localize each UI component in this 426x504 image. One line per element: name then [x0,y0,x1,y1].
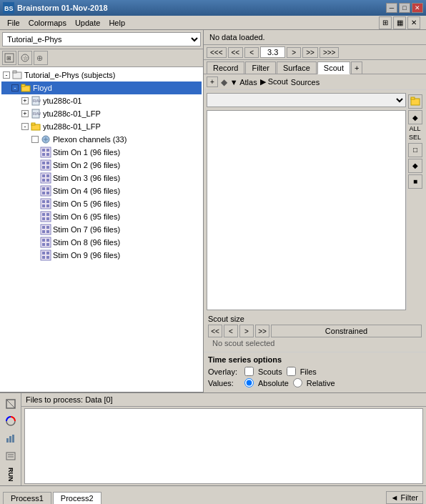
nav-prev[interactable]: < [244,47,259,58]
menu-colormaps[interactable]: Colormaps [24,17,71,29]
tree-item-data[interactable]: Stim On 1 (96 files) [1,146,202,159]
files-checkbox[interactable] [287,367,296,376]
menu-help[interactable]: Help [104,17,129,29]
svg-rect-28 [42,166,45,169]
side-btn-dot[interactable]: ◆ [408,159,422,173]
tree-item-data[interactable]: Stim On 6 (95 files) [1,210,202,223]
tree-item-floyd[interactable]: - Floyd [1,81,202,94]
tree-item-data[interactable]: Stim On 9 (96 files) [1,249,202,262]
side-btn-fill[interactable]: ■ [408,174,422,189]
minimize-button[interactable]: ─ [386,3,397,13]
tree-item-data[interactable]: Stim On 8 (96 files) [1,236,202,249]
svg-rect-64 [46,256,49,259]
nav-next[interactable]: > [287,47,301,58]
tree-item-data[interactable]: Stim On 3 (96 files) [1,172,202,184]
svg-rect-24 [46,153,49,156]
tab-scout[interactable]: Scout [317,61,350,74]
svg-rect-59 [46,243,49,246]
side-icon-chart[interactable] [3,431,19,446]
size-btn-next2[interactable]: >> [255,325,269,337]
tree-item-data[interactable]: Stim On 7 (96 files) [1,223,202,236]
tree-icon-3[interactable]: ⊕ [34,51,48,65]
no-data-text: No data loaded. [209,33,265,41]
size-btn-prev2[interactable]: << [208,325,222,337]
tree-label: ytu288c-01_LFP [43,122,101,131]
side-icon-refresh[interactable] [3,396,19,411]
file-tree[interactable]: - Tutorial_e-Phys (subjects) - [0,67,203,392]
svg-rect-36 [42,187,45,190]
nav-next2[interactable]: >> [302,47,318,58]
tree-label: Stim On 6 (95 files) [53,212,120,221]
expand-icon[interactable]: - [21,123,29,130]
maximize-button[interactable]: □ [399,3,410,13]
nav-last[interactable]: >>> [320,47,340,58]
scout-add-btn[interactable]: + [207,76,218,87]
svg-rect-51 [42,226,45,229]
tree-item-data[interactable]: Stim On 5 (96 files) [1,197,202,210]
expand-icon[interactable]: + [21,110,29,117]
tree-item-root[interactable]: - Tutorial_e-Phys (subjects) [1,69,202,81]
tree-label: ytu288c-01 [43,97,81,105]
folder-icon [30,121,41,132]
tree-item-ytu2[interactable]: + RAW ytu288c-01_LFP [1,107,202,120]
tree-item-ytu1[interactable]: + RAW ytu288c-01 [1,94,202,107]
subject-dropdown[interactable]: Tutorial_e-Phys [2,32,201,46]
absolute-radio[interactable] [244,378,254,387]
side-icon-list[interactable] [3,448,19,463]
process-tab-2[interactable]: Process2 [53,492,101,504]
data-file-icon [40,172,51,184]
size-btn-prev[interactable]: < [224,325,238,337]
sources-dropdown[interactable]: Sources [291,78,320,87]
close-button[interactable]: ✕ [412,3,423,13]
files-header: Files to process: Data [0] [21,393,426,407]
scout-dropdown[interactable]: ▶ Scout [260,77,288,87]
scouts-checkbox[interactable] [244,367,254,376]
tab-add[interactable]: + [351,61,362,74]
scout-list[interactable] [207,110,406,310]
expand-icon[interactable]: - [11,84,19,92]
menu-file[interactable]: File [3,17,24,29]
no-data-bar: No data loaded. [204,30,426,45]
filter-button[interactable]: ◄ Filter [386,491,423,504]
nav-first[interactable]: <<< [207,47,227,58]
tree-item-data[interactable]: Stim On 2 (96 files) [1,159,202,172]
svg-rect-48 [42,217,45,220]
tree-icon-2[interactable]: ☆ [18,51,32,65]
process-tab-1[interactable]: Process1 [3,492,51,504]
expand-icon[interactable]: + [21,97,29,104]
tab-filter[interactable]: Filter [245,61,275,74]
svg-rect-56 [42,239,45,242]
sources-label: Sources [291,78,320,87]
data-file-icon [40,249,51,261]
data-file-icon [40,237,51,248]
layout-icon-1[interactable]: ⊞ [379,16,392,29]
svg-rect-21 [42,149,45,152]
expand-icon[interactable]: - [3,71,10,79]
menu-update[interactable]: Update [71,17,104,29]
tab-surface[interactable]: Surface [277,61,317,74]
tab-record[interactable]: Record [207,61,244,74]
side-btn-diamond[interactable]: ◆ [408,110,422,124]
relative-radio[interactable] [293,378,302,387]
tree-item-plexon[interactable]: Plexon channels (33) [1,133,202,146]
svg-rect-38 [42,192,45,194]
tree-item-ytu3[interactable]: - ytu288c-01_LFP [1,120,202,133]
tree-item-data[interactable]: Stim On 4 (96 files) [1,184,202,197]
atlas-dropdown[interactable]: ▼ Atlas [230,78,257,87]
nav-value[interactable]: 3.3 [260,46,285,58]
tree-icon-1[interactable]: ⊞ [2,51,16,65]
svg-rect-23 [42,153,45,156]
svg-rect-22 [46,149,49,152]
scout-select[interactable] [207,93,406,107]
size-btn-next[interactable]: > [239,325,254,337]
side-icon-color[interactable] [3,413,19,428]
tab-bar: Record Filter Surface Scout + [204,60,426,74]
side-btn-square[interactable]: □ [408,143,422,157]
scouts-label: Scouts [258,367,282,376]
layout-icon-2[interactable]: ▦ [393,16,406,29]
side-btn-folder[interactable] [408,94,422,109]
files-area[interactable] [24,408,423,484]
close-icon[interactable]: ✕ [407,16,420,29]
nav-prev2[interactable]: << [228,47,244,58]
run-label[interactable]: RUN [6,466,16,483]
